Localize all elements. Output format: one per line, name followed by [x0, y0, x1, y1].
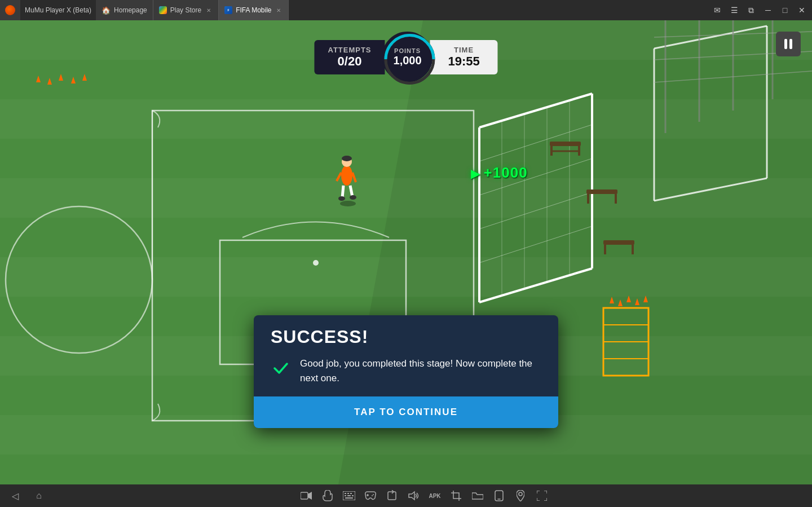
svg-point-88 [519, 492, 522, 496]
svg-point-53 [341, 165, 352, 186]
time-value: 19:55 [448, 54, 479, 69]
hud-points-panel: POINTS 1,000 [382, 32, 433, 82]
success-header: SUCCESS! [254, 315, 558, 352]
video-camera-button[interactable] [300, 490, 312, 502]
phone-button[interactable] [493, 490, 505, 502]
svg-point-12 [313, 260, 319, 266]
touch-button[interactable] [321, 490, 334, 502]
svg-point-58 [338, 196, 345, 201]
close-playstore-button[interactable]: ✕ [205, 6, 213, 14]
attempts-value: 0/20 [338, 54, 362, 69]
hud-time-panel: TIME 19:55 [430, 40, 498, 74]
svg-marker-85 [409, 492, 414, 500]
svg-point-62 [340, 201, 356, 206]
success-dialog: SUCCESS! Good job, you completed this st… [254, 315, 558, 428]
game-viewport: ATTEMPTS 0/20 POINTS 1,000 TIME 19:55 +1… [0, 20, 812, 484]
svg-rect-73 [345, 493, 346, 494]
tab-homepage[interactable]: 🏠 Homepage [96, 0, 153, 20]
svg-rect-38 [586, 189, 617, 194]
tap-continue-button[interactable]: TAP TO CONTINUE [254, 396, 558, 428]
screen-rotate-button[interactable] [386, 490, 398, 502]
fifa-icon: F [224, 6, 232, 14]
crop-button[interactable] [450, 490, 462, 502]
svg-point-82 [373, 494, 374, 495]
taskbar-left: ◁ ⌂ [9, 490, 45, 502]
playstore-icon [159, 6, 167, 14]
svg-rect-77 [347, 495, 351, 496]
taskbar-center: APK [300, 490, 548, 502]
minimize-button[interactable]: ─ [760, 2, 776, 18]
svg-point-59 [350, 195, 356, 200]
app-icon [0, 0, 20, 20]
fullscreen-button[interactable] [536, 490, 548, 502]
close-fifa-button[interactable]: ✕ [275, 6, 283, 14]
svg-rect-79 [345, 497, 353, 499]
back-arrow-button[interactable]: ◁ [9, 490, 21, 502]
titlebar: MuMu Player X (Beta) 🏠 Homepage Play Sto… [0, 0, 812, 20]
svg-marker-71 [308, 492, 312, 500]
svg-rect-34 [550, 142, 581, 146]
svg-point-83 [372, 495, 373, 496]
svg-rect-75 [350, 493, 352, 494]
folder-button[interactable] [471, 490, 484, 502]
close-button[interactable]: ✕ [794, 2, 810, 18]
home-icon: 🏠 [102, 6, 111, 15]
mail-button[interactable]: ✉ [709, 2, 725, 18]
taskbar: ◁ ⌂ APK [0, 484, 812, 507]
svg-line-56 [342, 186, 343, 198]
hud-attempts-panel: ATTEMPTS 0/20 [314, 40, 385, 74]
gamepad-button[interactable] [364, 490, 377, 502]
success-message: Good job, you completed this stage! Now … [300, 356, 541, 385]
volume-button[interactable] [407, 490, 420, 502]
pause-icon [784, 39, 792, 49]
svg-rect-78 [352, 495, 354, 496]
maximize-button[interactable]: □ [777, 2, 793, 18]
tab-playstore-label: Play Store [170, 6, 201, 14]
tab-homepage-label: Homepage [114, 6, 147, 14]
check-icon [271, 358, 291, 378]
apk-button[interactable]: APK [429, 490, 441, 502]
success-body: Good job, you completed this stage! Now … [254, 352, 558, 396]
attempts-label: ATTEMPTS [328, 46, 371, 54]
menu-button[interactable]: ☰ [726, 2, 742, 18]
location-button[interactable] [514, 490, 527, 502]
window-controls: ✉ ☰ ⧉ ─ □ ✕ [709, 2, 812, 18]
svg-rect-74 [347, 493, 349, 494]
keyboard-button[interactable] [343, 490, 355, 502]
pause-button[interactable] [776, 32, 801, 56]
tab-fifa-label: FIFA Mobile [236, 6, 271, 14]
svg-rect-41 [603, 240, 634, 245]
restore-button[interactable]: ⧉ [743, 2, 759, 18]
hud: ATTEMPTS 0/20 POINTS 1,000 TIME 19:55 [314, 32, 497, 82]
tab-fifa[interactable]: F FIFA Mobile ✕ [219, 0, 289, 20]
success-title: SUCCESS! [271, 327, 541, 347]
app-title: MuMu Player X (Beta) [20, 6, 96, 14]
tab-playstore[interactable]: Play Store ✕ [153, 0, 219, 20]
time-label: TIME [454, 46, 474, 54]
svg-point-55 [342, 156, 352, 161]
home-button[interactable]: ⌂ [33, 490, 45, 502]
svg-rect-76 [345, 495, 346, 496]
svg-rect-70 [301, 492, 308, 499]
